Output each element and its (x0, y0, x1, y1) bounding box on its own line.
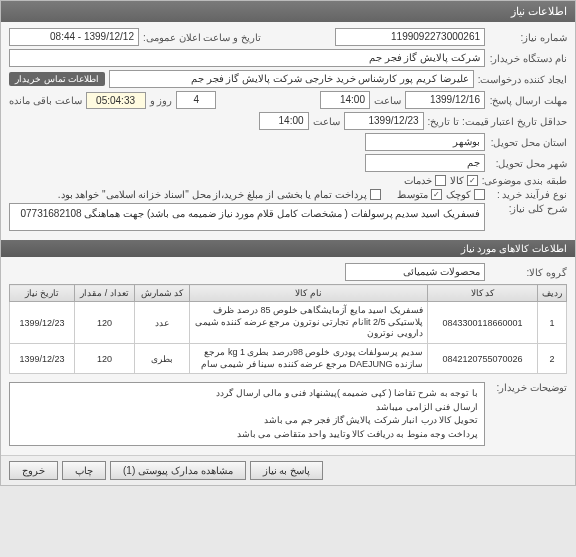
exit-button[interactable]: خروج (9, 461, 58, 480)
table-row[interactable]: 2 0842120755070026 سدیم پرسولفات پودری خ… (10, 344, 567, 374)
city-field: جم (365, 154, 485, 172)
panel-title: اطلاعات نیاز (1, 1, 575, 22)
cell-qty: 120 (75, 302, 135, 344)
announce-label: تاریخ و ساعت اعلان عمومی: (143, 32, 261, 43)
table-row[interactable]: 1 0843300118660001 فسفریک اسید مایع آزما… (10, 302, 567, 344)
checkbox-khadamat[interactable] (435, 175, 446, 186)
notes-label: توضیحات خریدار: (489, 382, 567, 393)
buyer-org-label: نام دستگاه خریدار: (489, 53, 567, 64)
countdown-timer: 05:04:33 (86, 92, 146, 109)
days-label: روز و (150, 95, 173, 106)
time-label-1: ساعت (374, 95, 401, 106)
checkbox-medium[interactable]: ✓ (431, 189, 442, 200)
items-table: ردیف کد کالا نام کالا کد شمارش تعداد / م… (9, 284, 567, 374)
col-idx: ردیف (538, 285, 567, 302)
cell-idx: 2 (538, 344, 567, 374)
chk-medium-wrap: ✓ متوسط (397, 189, 442, 200)
cell-date: 1399/12/23 (10, 344, 75, 374)
col-name: نام کالا (190, 285, 428, 302)
cell-date: 1399/12/23 (10, 302, 75, 344)
cell-name: فسفریک اسید مایع آزمایشگاهی خلوص 85 درصد… (190, 302, 428, 344)
cell-code: 0843300118660001 (428, 302, 538, 344)
button-bar: پاسخ به نیاز مشاهده مدارک پیوستی (1) چاپ… (1, 455, 575, 485)
days-field: 4 (176, 91, 216, 109)
validity-label: حداقل تاریخ اعتبار قیمت: تا تاریخ: (428, 116, 567, 127)
creator-field: علیرضا کریم پور کارشناس خرید خارجی شرکت … (109, 70, 474, 88)
deadline-label: مهلت ارسال پاسخ: (489, 95, 567, 106)
process-label: نوع فرآیند خرید : (489, 189, 567, 200)
cell-name: سدیم پرسولفات پودری خلوص 98درصد بطری kg … (190, 344, 428, 374)
cell-code: 0842120755070026 (428, 344, 538, 374)
col-unit: کد شمارش (135, 285, 190, 302)
cell-idx: 1 (538, 302, 567, 344)
buyer-org-field: شرکت پالایش گاز فجر جم (9, 49, 485, 67)
chk-treasury-wrap: پرداخت تمام یا بخشی از مبلغ خرید،از محل … (58, 189, 381, 200)
creator-label: ایجاد کننده درخواست: (478, 74, 567, 85)
chk-khadamat-label: خدمات (404, 175, 432, 186)
group-label: گروه کالا: (489, 267, 567, 278)
items-section-title: اطلاعات کالاهای مورد نیاز (1, 240, 575, 257)
time-label-2: ساعت (313, 116, 340, 127)
announce-field: 1399/12/12 - 08:44 (9, 28, 139, 46)
chk-khadamat-wrap: خدمات (404, 175, 446, 186)
cell-unit: عدد (135, 302, 190, 344)
cell-unit: بطری (135, 344, 190, 374)
chk-small-wrap: کوچک (446, 189, 485, 200)
budget-label: طبقه بندی موضوعی: (482, 175, 567, 186)
chk-medium-label: متوسط (397, 189, 428, 200)
deadline-date-field: 1399/12/16 (405, 91, 485, 109)
need-no-label: شماره نیاز: (489, 32, 567, 43)
need-no-field: 1199092273000261 (335, 28, 485, 46)
chk-kala-label: کالا (450, 175, 464, 186)
chk-kala-wrap: ✓ کالا (450, 175, 478, 186)
province-label: استان محل تحویل: (489, 137, 567, 148)
col-code: کد کالا (428, 285, 538, 302)
process-note: پرداخت تمام یا بخشی از مبلغ خرید،از محل … (58, 189, 367, 200)
answer-button[interactable]: پاسخ به نیاز (250, 461, 324, 480)
deadline-time-field: 14:00 (320, 91, 370, 109)
checkbox-treasury[interactable] (370, 189, 381, 200)
chk-small-label: کوچک (446, 189, 471, 200)
attachments-button[interactable]: مشاهده مدارک پیوستی (1) (110, 461, 246, 480)
validity-time-field: 14:00 (259, 112, 309, 130)
contact-badge[interactable]: اطلاعات تماس خریدار (9, 72, 105, 86)
checkbox-kala[interactable]: ✓ (467, 175, 478, 186)
city-label: شهر محل تحویل: (489, 158, 567, 169)
print-button[interactable]: چاپ (62, 461, 106, 480)
subject-label: شرح کلی نیاز: (489, 203, 567, 214)
col-date: تاریخ نیاز (10, 285, 75, 302)
col-qty: تعداد / مقدار (75, 285, 135, 302)
timer-label: ساعت باقی مانده (9, 95, 82, 106)
province-field: بوشهر (365, 133, 485, 151)
cell-qty: 120 (75, 344, 135, 374)
validity-date-field: 1399/12/23 (344, 112, 424, 130)
subject-field: فسفریک اسید سدیم پرسولفات ( مشخصات کامل … (9, 203, 485, 231)
buyer-notes: با توجه به شرح تقاضا ( کپی ضمیمه )پیشنها… (9, 382, 485, 446)
checkbox-small[interactable] (474, 189, 485, 200)
group-field: محصولات شیمیائی (345, 263, 485, 281)
